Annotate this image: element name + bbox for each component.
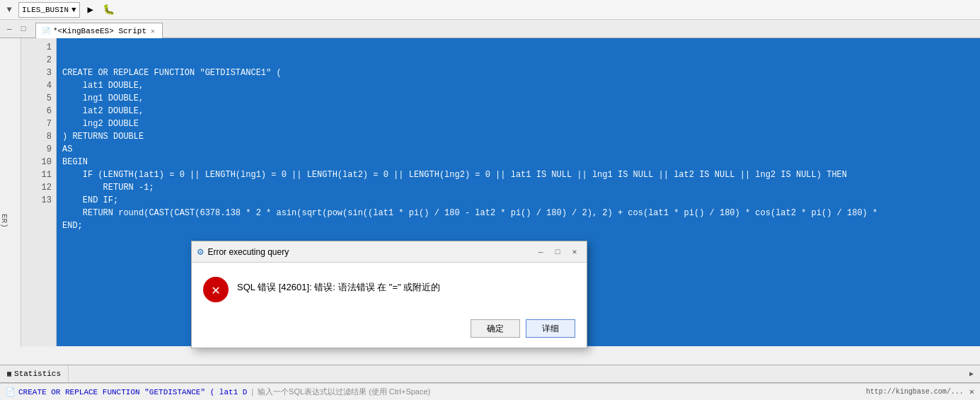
error-circle-icon: ✕ — [203, 277, 229, 302]
detail-button[interactable]: 详细 — [526, 319, 575, 338]
error-x-icon: ✕ — [212, 281, 220, 299]
dialog-titlebar: ⚙ Error executing query — □ ✕ — [192, 241, 587, 263]
dialog-minimize-button[interactable]: — — [534, 246, 547, 258]
modal-overlay: ⚙ Error executing query — □ ✕ ✕ SQL 错误 [… — [0, 0, 980, 400]
dialog-maximize-button[interactable]: □ — [551, 246, 564, 258]
dialog-gear-icon: ⚙ — [197, 246, 203, 258]
dialog-close-button[interactable]: ✕ — [568, 246, 581, 258]
dialog-title: Error executing query — [207, 247, 530, 257]
confirm-button[interactable]: 确定 — [471, 319, 520, 338]
dialog-footer: 确定 详细 — [192, 314, 587, 348]
error-dialog: ⚙ Error executing query — □ ✕ ✕ SQL 错误 [… — [191, 241, 587, 348]
dialog-body: ✕ SQL 错误 [42601]: 错误: 语法错误 在 "=" 或附近的 — [192, 263, 587, 314]
error-message: SQL 错误 [42601]: 错误: 语法错误 在 "=" 或附近的 — [237, 277, 575, 294]
